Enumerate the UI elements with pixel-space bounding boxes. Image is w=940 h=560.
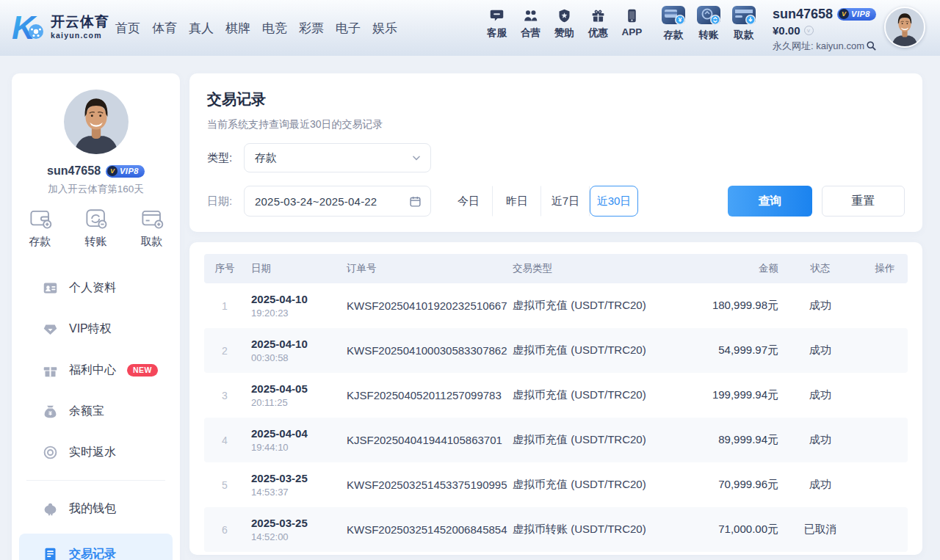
table-header: 序号 日期 订单号 交易类型 金额 状态 操作 — [204, 254, 908, 283]
withdraw-wallet-icon — [732, 6, 756, 26]
wallet-link-deposit[interactable]: ¥ 存款 — [661, 6, 686, 42]
quick-action-deposit[interactable]: 存款 — [28, 207, 53, 249]
nav-slots[interactable]: 电子 — [336, 20, 361, 37]
reset-button[interactable]: 重置 — [822, 186, 905, 217]
table-row: 5 2025-03-2514:53:37 KWSF202503251453375… — [204, 462, 908, 507]
calendar-icon — [409, 195, 422, 208]
sidebar-menu: 个人资料 VIP特权 福利中心 NEW 余额宝 实时返水 我的钱包 交易记录 — [12, 267, 180, 560]
preset-30days[interactable]: 近30日 — [590, 186, 638, 217]
brand-logo[interactable]: K 开云体育 kaiyun.com — [12, 10, 109, 45]
wallet-link-withdraw[interactable]: 取款 — [731, 6, 756, 42]
deposit-icon — [28, 207, 53, 230]
date-range-input[interactable]: 2025-03-24~2025-04-22 — [244, 186, 431, 217]
header-user-block: sun47658 VVIP8 ¥0.00 v 永久网址: kaiyun.com — [773, 7, 877, 51]
joined-days: 加入开云体育第160天 — [48, 183, 144, 196]
sponsor-badge-icon — [557, 8, 572, 23]
quick-action-transfer[interactable]: 转账 — [84, 207, 109, 249]
chevron-down-icon — [411, 153, 422, 163]
preset-7days[interactable]: 近7日 — [541, 186, 590, 217]
transfer-icon — [84, 207, 109, 230]
balance: ¥0.00 — [773, 25, 800, 36]
nav-chess[interactable]: 棋牌 — [225, 20, 250, 37]
welfare-gift-icon — [43, 363, 58, 378]
page-subtitle: 当前系统支持查询最近30日的交易记录 — [207, 118, 905, 131]
top-navbar: K 开云体育 kaiyun.com 首页 体育 真人 棋牌 电竞 彩票 电子 娱… — [0, 0, 940, 56]
main-nav: 首页 体育 真人 棋牌 电竞 彩票 电子 娱乐 — [115, 0, 397, 56]
nav-sports[interactable]: 体育 — [152, 20, 177, 37]
type-select[interactable]: 存款 — [244, 143, 431, 172]
profile-avatar[interactable] — [64, 90, 129, 154]
search-button[interactable]: 查询 — [728, 186, 812, 217]
gift-icon — [590, 8, 606, 23]
username: sun47658 — [773, 7, 833, 21]
svg-text:¥: ¥ — [678, 16, 682, 23]
header-wallet-links: ¥ 存款 转账 取款 — [661, 6, 756, 42]
quick-link-sponsor[interactable]: 赞助 — [552, 8, 576, 40]
sidebar-divider — [26, 480, 165, 481]
quick-link-promo[interactable]: 优惠 — [586, 8, 610, 40]
preset-today[interactable]: 今日 — [444, 186, 493, 217]
partners-icon — [523, 8, 538, 23]
piggy-bank-icon — [43, 501, 58, 517]
table-row: 2 2025-04-1000:30:58 KWSF202504100030583… — [204, 328, 908, 373]
transactions-table-panel: 序号 日期 订单号 交易类型 金额 状态 操作 1 2025-04-1019:2… — [189, 242, 922, 555]
nav-lottery[interactable]: 彩票 — [299, 20, 324, 37]
search-icon[interactable] — [866, 40, 877, 51]
transaction-record-icon — [43, 547, 58, 560]
profile-username: sun47658 — [47, 164, 101, 178]
refresh-balance-icon[interactable]: v — [804, 26, 814, 35]
table-row: 4 2025-04-0419:44:10 KJSF202504041944105… — [204, 418, 908, 462]
type-label: 类型: — [207, 151, 244, 165]
vip-shield-icon: V — [107, 166, 118, 176]
user-avatar[interactable] — [884, 7, 925, 48]
transfer-wallet-icon — [697, 6, 720, 26]
brand-name: 开云体育 — [51, 15, 109, 29]
date-range-presets: 今日 昨日 近7日 近30日 — [444, 186, 638, 217]
sidebar-item-yuebao[interactable]: 余额宝 — [12, 390, 180, 432]
nav-entertainment[interactable]: 娱乐 — [372, 20, 397, 37]
table-row: 1 2025-04-1019:20:23 KWSF202504101920232… — [204, 283, 908, 328]
header-quick-links: 客服 合营 赞助 优惠 APP — [485, 8, 644, 40]
vip-privilege-icon — [43, 321, 58, 337]
brand-domain: kaiyun.com — [51, 32, 109, 40]
nav-home[interactable]: 首页 — [115, 20, 140, 37]
date-label: 日期: — [207, 194, 244, 208]
sidebar-item-vip[interactable]: VIP特权 — [12, 308, 180, 349]
money-pouch-icon — [43, 404, 58, 419]
brand-k-icon: K — [12, 10, 47, 45]
permanent-url: 永久网址: kaiyun.com — [773, 41, 864, 51]
sidebar-item-profile[interactable]: 个人资料 — [12, 267, 180, 308]
mobile-app-icon — [624, 8, 640, 23]
id-card-icon — [43, 280, 58, 296]
page-title: 交易记录 — [207, 90, 905, 109]
sidebar-item-rebate[interactable]: 实时返水 — [12, 432, 180, 473]
quick-link-partner[interactable]: 合营 — [518, 8, 543, 40]
profile-sidebar: sun47658 VVIP8 加入开云体育第160天 存款 转账 取款 个人资料 — [12, 73, 180, 560]
quick-link-service[interactable]: 客服 — [485, 8, 509, 40]
preset-yesterday[interactable]: 昨日 — [493, 186, 541, 217]
sidebar-quick-actions: 存款 转账 取款 — [28, 207, 164, 249]
sidebar-item-transactions[interactable]: 交易记录 — [19, 534, 173, 560]
vip-shield-icon: V — [839, 9, 849, 19]
rebate-icon — [43, 445, 58, 460]
table-row: 6 2025-03-2514:52:00 KWSF202503251452006… — [204, 507, 908, 552]
quick-link-app[interactable]: APP — [620, 8, 644, 40]
new-badge: NEW — [127, 364, 158, 377]
sidebar-item-wallet[interactable]: 我的钱包 — [12, 488, 180, 529]
chat-icon — [489, 8, 505, 23]
vip-badge: VVIP8 — [837, 8, 876, 21]
nav-esports[interactable]: 电竞 — [262, 20, 287, 37]
deposit-wallet-icon: ¥ — [662, 6, 685, 26]
quick-action-withdraw[interactable]: 取款 — [140, 207, 164, 249]
profile-vip-badge: VVIP8 — [106, 165, 145, 178]
wallet-link-transfer[interactable]: 转账 — [696, 6, 721, 42]
table-row: 3 2025-04-0520:11:25 KJSF202504052011257… — [204, 373, 908, 418]
withdraw-icon — [140, 207, 164, 230]
filter-panel: 交易记录 当前系统支持查询最近30日的交易记录 类型: 存款 日期: 2025-… — [189, 73, 922, 232]
sidebar-item-welfare[interactable]: 福利中心 NEW — [12, 349, 180, 390]
nav-live[interactable]: 真人 — [189, 20, 214, 37]
